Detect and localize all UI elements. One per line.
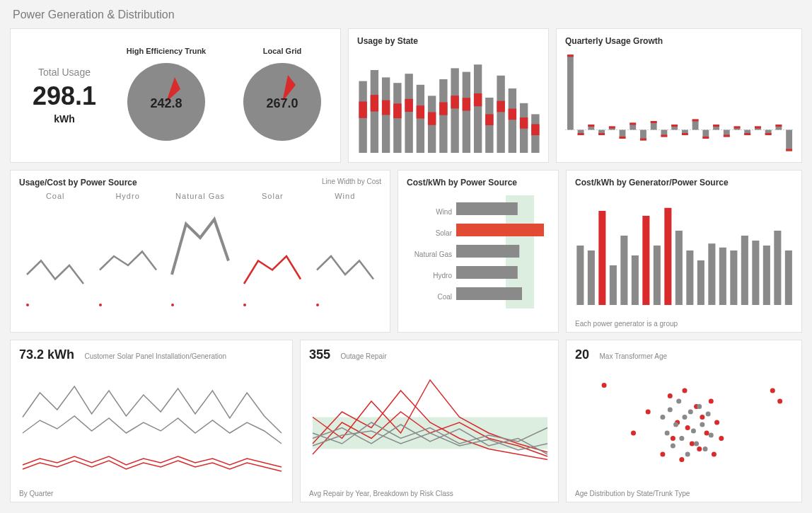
svg-rect-8 xyxy=(382,77,390,153)
svg-point-123 xyxy=(671,436,675,441)
card-total-usage: Total Usage 298.1 kWh High Efficiency Tr… xyxy=(10,28,341,163)
svg-point-144 xyxy=(676,399,681,404)
svg-rect-62 xyxy=(692,120,699,122)
svg-rect-56 xyxy=(661,135,667,137)
sparkline[interactable] xyxy=(313,203,377,309)
svg-rect-68 xyxy=(724,135,730,137)
svg-rect-101 xyxy=(620,236,627,305)
svg-rect-105 xyxy=(664,208,671,305)
svg-rect-46 xyxy=(609,127,615,129)
svg-rect-72 xyxy=(744,133,750,135)
svg-rect-80 xyxy=(786,149,792,151)
svg-point-153 xyxy=(703,446,708,451)
svg-point-149 xyxy=(691,429,696,434)
sparkline[interactable] xyxy=(168,203,232,309)
svg-rect-20 xyxy=(451,68,458,153)
svg-rect-21 xyxy=(451,96,458,108)
svg-text:Hydro: Hydro xyxy=(433,272,452,279)
svg-point-139 xyxy=(660,415,665,420)
source-label: Hydro xyxy=(96,192,160,200)
dial-local-grid: Local Grid 267.0 xyxy=(233,47,332,144)
svg-rect-100 xyxy=(610,265,617,305)
svg-point-152 xyxy=(700,422,704,427)
line-chart[interactable] xyxy=(309,362,551,483)
svg-rect-42 xyxy=(588,125,594,127)
bar-chart[interactable] xyxy=(575,192,794,312)
source-label: Wind xyxy=(313,192,377,200)
svg-rect-96 xyxy=(456,287,522,300)
svg-rect-27 xyxy=(485,114,493,125)
bar-chart[interactable] xyxy=(565,50,794,156)
chart-title: Customer Solar Panel Installation/Genera… xyxy=(84,352,226,360)
chart-footer: Each power generator is a group xyxy=(575,320,678,328)
kpi-value: 355 xyxy=(309,347,330,362)
chart-title: Usage by State xyxy=(357,36,540,46)
sparkline[interactable] xyxy=(23,203,87,309)
scatter-chart[interactable] xyxy=(575,362,794,483)
card-cost-kwh-generator: Cost/kWh by Generator/Power Source Each … xyxy=(566,170,802,333)
svg-point-137 xyxy=(770,388,775,393)
svg-point-134 xyxy=(712,452,717,457)
svg-point-127 xyxy=(685,425,690,430)
svg-rect-103 xyxy=(642,216,649,305)
svg-point-84 xyxy=(243,304,246,306)
card-cost-kwh-source: Cost/kWh by Power Source WindSolarNatura… xyxy=(398,170,559,333)
svg-rect-50 xyxy=(630,123,636,125)
sparkline[interactable] xyxy=(240,203,304,309)
svg-rect-108 xyxy=(697,260,704,305)
svg-rect-24 xyxy=(474,64,482,153)
svg-point-143 xyxy=(673,422,678,427)
svg-text:Natural Gas: Natural Gas xyxy=(414,250,452,258)
card-usage-cost-source: Usage/Cost by Power Source Line Width by… xyxy=(10,170,390,333)
line-chart[interactable] xyxy=(19,362,285,483)
svg-text:Coal: Coal xyxy=(437,293,452,301)
svg-rect-30 xyxy=(509,88,516,153)
bar-chart[interactable] xyxy=(357,50,541,156)
kpi-unit: kWh xyxy=(19,113,110,125)
svg-rect-97 xyxy=(576,246,584,305)
svg-rect-106 xyxy=(675,231,683,305)
svg-rect-14 xyxy=(417,85,424,153)
source-column: Solar xyxy=(240,192,304,312)
svg-rect-79 xyxy=(786,130,792,151)
bar-chart[interactable]: WindSolarNatural GasHydroCoal xyxy=(407,192,551,319)
svg-rect-19 xyxy=(439,103,447,115)
svg-point-135 xyxy=(714,420,719,425)
svg-rect-54 xyxy=(651,121,657,123)
svg-text:Solar: Solar xyxy=(436,229,453,237)
chart-title: Cost/kWh by Generator/Power Source xyxy=(575,178,793,188)
chart-subtitle: Line Width by Cost xyxy=(322,178,381,185)
svg-rect-29 xyxy=(497,101,504,113)
svg-rect-40 xyxy=(578,133,584,135)
svg-point-120 xyxy=(646,410,651,415)
sparkline[interactable] xyxy=(96,203,160,309)
svg-point-145 xyxy=(679,436,684,441)
svg-rect-112 xyxy=(741,236,748,305)
svg-rect-64 xyxy=(702,137,709,139)
svg-rect-58 xyxy=(671,125,678,127)
svg-point-121 xyxy=(660,452,665,457)
svg-point-138 xyxy=(777,399,782,404)
svg-rect-25 xyxy=(474,93,482,106)
page-title: Power Generation & Distribution xyxy=(13,8,802,21)
svg-rect-9 xyxy=(382,100,390,115)
svg-point-151 xyxy=(697,404,702,409)
svg-rect-92 xyxy=(456,245,519,258)
svg-point-154 xyxy=(706,412,711,417)
svg-point-82 xyxy=(99,304,102,306)
chart-footer: By Quarter xyxy=(19,490,53,497)
svg-point-155 xyxy=(709,433,714,438)
card-transformer-age: 20 Max Transformer Age Age Distribution … xyxy=(566,340,802,502)
svg-rect-102 xyxy=(632,255,639,305)
svg-point-140 xyxy=(665,431,670,436)
svg-rect-99 xyxy=(598,211,605,305)
svg-point-141 xyxy=(668,408,673,413)
card-outage-repair: 355 Outage Repair Avg Repair by Year, Br… xyxy=(300,340,559,502)
svg-text:267.0: 267.0 xyxy=(266,96,298,110)
source-label: Coal xyxy=(23,192,87,200)
svg-rect-23 xyxy=(463,98,470,110)
svg-point-125 xyxy=(679,457,684,462)
source-column: Coal xyxy=(23,192,87,312)
card-customer-solar: 73.2 kWh Customer Solar Panel Installati… xyxy=(10,340,293,502)
source-column: Wind xyxy=(313,192,377,312)
